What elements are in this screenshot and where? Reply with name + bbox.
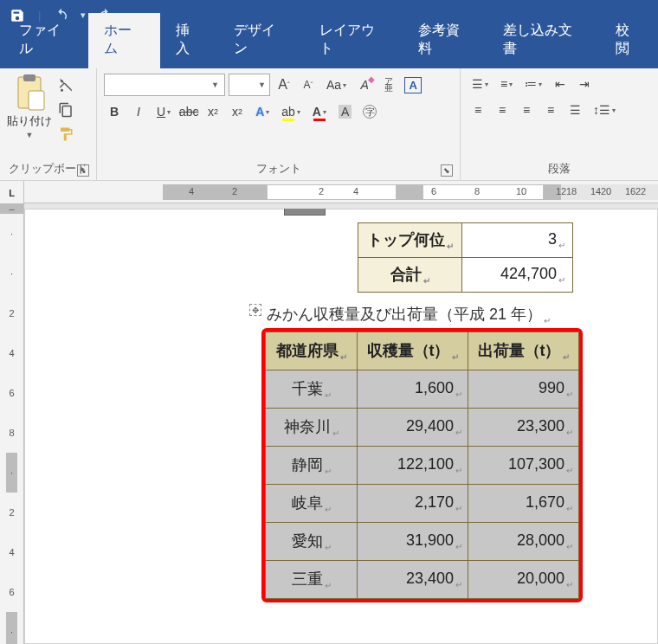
highlight-button[interactable]: ab▾	[277, 101, 305, 122]
paragraph-group-label: 段落	[548, 162, 571, 175]
bullets-button[interactable]: ☰▾	[468, 74, 493, 94]
table-row[interactable]: 三重↵23,400↵20,000↵	[266, 561, 579, 599]
align-center-button[interactable]: ≡	[492, 100, 513, 120]
character-border-button[interactable]: A	[403, 74, 423, 95]
table-cell[interactable]: 107,300↵	[468, 447, 579, 485]
copy-icon[interactable]	[57, 101, 74, 119]
table-header[interactable]: 出荷量（t）↵	[468, 332, 579, 370]
table-cell[interactable]: 122,100↵	[358, 447, 468, 485]
align-right-button[interactable]: ≡	[516, 100, 537, 120]
top-rank-label: トップ何位	[367, 231, 445, 248]
grow-font-button[interactable]: Aˆ	[274, 74, 294, 95]
format-painter-icon[interactable]	[57, 126, 74, 143]
table-cell[interactable]: 愛知↵	[266, 523, 358, 561]
table-cell[interactable]: 岐阜↵	[266, 485, 358, 523]
ruler-number: 12	[556, 186, 566, 196]
table-cell[interactable]: 1,670↵	[468, 485, 579, 523]
horizontal-ruler[interactable]: 42246810121416182022	[24, 181, 658, 203]
decrease-indent-button[interactable]: ⇤	[550, 74, 571, 94]
clipboard-icon	[13, 74, 46, 112]
table-cell[interactable]: 990↵	[468, 370, 579, 409]
table-move-handle[interactable]: ✥	[249, 304, 261, 316]
strikethrough-button[interactable]: abc	[178, 101, 199, 122]
tab-insert[interactable]: 挿入	[160, 13, 218, 68]
tab-design[interactable]: デザイン	[218, 13, 303, 68]
ruler-number: 6	[431, 186, 436, 196]
svg-rect-2	[29, 91, 44, 110]
tab-review[interactable]: 校閲	[600, 13, 658, 68]
text-effects-button[interactable]: A▾	[251, 101, 274, 122]
justify-button[interactable]: ≡	[540, 100, 561, 120]
table-cell[interactable]: 千葉↵	[266, 370, 358, 409]
align-left-button[interactable]: ≡	[468, 100, 488, 120]
data-table[interactable]: 都道府県↵収穫量（t）↵出荷量（t）↵ 千葉↵1,600↵990↵神奈川↵29,…	[265, 332, 579, 599]
vruler-mark: 8	[6, 413, 16, 453]
tab-file[interactable]: ファイル	[3, 13, 88, 68]
change-case-button[interactable]: Aa▾	[322, 74, 351, 95]
clipboard-dialog-launcher[interactable]: ⬊	[77, 164, 89, 177]
ruler-number: 2	[319, 186, 324, 196]
table-cell[interactable]: 1,600↵	[358, 370, 468, 409]
table-cell[interactable]: 23,400↵	[358, 561, 468, 599]
table-cell[interactable]: 2,170↵	[358, 485, 468, 523]
font-size-combo[interactable]: ▼	[229, 74, 270, 96]
vruler-mark: ·	[6, 214, 16, 254]
table-cell[interactable]: 三重↵	[266, 561, 358, 599]
ruler-number: 10	[516, 186, 526, 196]
ruler-number: 20	[601, 186, 611, 196]
char-shading-button[interactable]: A	[334, 101, 356, 122]
vruler-mark: 6	[6, 373, 16, 413]
tab-references[interactable]: 参考資料	[403, 13, 487, 68]
table-cell[interactable]: 29,400↵	[358, 409, 468, 447]
tab-mailings[interactable]: 差し込み文書	[487, 13, 600, 68]
table-cell[interactable]: 23,300↵	[468, 409, 579, 447]
vruler-mark: ·	[6, 254, 16, 293]
table-cell[interactable]: 20,000↵	[468, 561, 579, 599]
paste-button[interactable]: 貼り付け ▼	[7, 74, 52, 159]
font-color-button[interactable]: A▾	[308, 101, 331, 122]
phonetic-guide-button[interactable]: ア亜	[378, 74, 399, 95]
numbering-button[interactable]: ≡▾	[496, 74, 517, 94]
table-cell[interactable]: 静岡↵	[266, 447, 358, 485]
clear-formatting-button[interactable]: A◆	[354, 74, 375, 95]
font-dialog-launcher[interactable]: ⬊	[441, 164, 453, 177]
italic-button[interactable]: I	[128, 101, 149, 122]
total-value: 424,700	[500, 265, 557, 282]
distributed-button[interactable]: ☰	[564, 100, 585, 120]
ruler-number: 8	[474, 186, 480, 196]
line-spacing-button[interactable]: ↕☰▾	[589, 100, 620, 120]
table-header[interactable]: 都道府県↵	[266, 332, 358, 370]
superscript-button[interactable]: x2	[227, 101, 248, 122]
total-label: 合計	[390, 266, 422, 283]
font-name-combo[interactable]: ▼	[104, 74, 225, 96]
paste-dropdown[interactable]: ▼	[26, 131, 34, 139]
table-header[interactable]: 収穫量（t）↵	[358, 332, 468, 370]
vertical-ruler[interactable]: L – ··2468·246·20	[0, 181, 24, 644]
table-row[interactable]: 岐阜↵2,170↵1,670↵	[266, 485, 579, 523]
document-page[interactable]: トップ何位↵ 3↵ 合計↵ 424,700↵ ✥ みかん収穫量及び出荷量（平成 …	[24, 209, 658, 644]
table-row[interactable]: 愛知↵31,900↵28,000↵	[266, 523, 579, 561]
underline-button[interactable]: U▾	[152, 101, 175, 122]
table-row[interactable]: 神奈川↵29,400↵23,300↵	[266, 409, 579, 447]
enclose-char-button[interactable]: 字	[359, 101, 380, 122]
table-row[interactable]: 静岡↵122,100↵107,300↵	[266, 447, 579, 485]
table-row[interactable]: 千葉↵1,600↵990↵	[266, 370, 579, 409]
cut-icon[interactable]	[57, 77, 74, 94]
table-cell[interactable]: 神奈川↵	[266, 409, 358, 447]
ruler-number: 22	[635, 186, 646, 196]
vruler-mark: 2	[6, 293, 16, 333]
tab-home[interactable]: ホーム	[88, 13, 160, 68]
table-cell[interactable]: 28,000↵	[468, 523, 579, 561]
vruler-mark: 2	[6, 493, 16, 532]
increase-indent-button[interactable]: ⇥	[574, 74, 595, 94]
bold-button[interactable]: B	[104, 101, 125, 122]
multilevel-list-button[interactable]: ≔▾	[520, 74, 546, 94]
ruler-number: 16	[625, 186, 635, 196]
paste-label: 貼り付け	[7, 113, 52, 129]
summary-table[interactable]: トップ何位↵ 3↵ 合計↵ 424,700↵	[358, 222, 573, 293]
vruler-mark: 4	[6, 333, 16, 373]
shrink-font-button[interactable]: Aˇ	[298, 74, 319, 95]
tab-layout[interactable]: レイアウト	[304, 13, 403, 68]
subscript-button[interactable]: x2	[203, 101, 223, 122]
table-cell[interactable]: 31,900↵	[358, 523, 468, 561]
